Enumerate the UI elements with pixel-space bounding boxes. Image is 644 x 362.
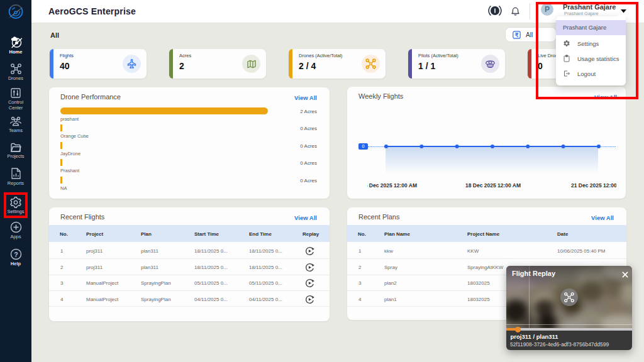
svg-text:₹: ₹ [515, 32, 519, 38]
svg-text:?: ? [14, 251, 18, 258]
